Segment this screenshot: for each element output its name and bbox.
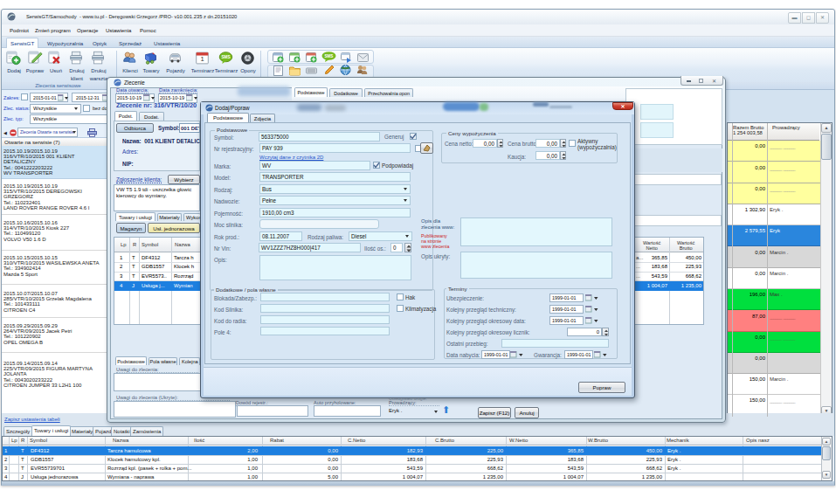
svg-text:1: 1 xyxy=(200,55,204,63)
svg-text:SMS: SMS xyxy=(221,55,230,59)
svg-text:SMS: SMS xyxy=(325,54,334,59)
